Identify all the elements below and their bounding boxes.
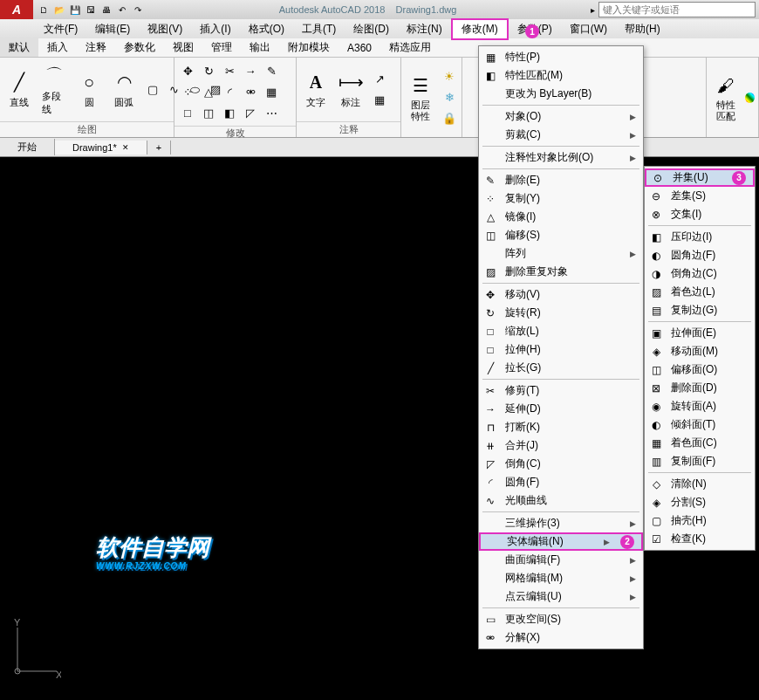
menu-item-11[interactable]: △镜像(I) [479, 208, 643, 226]
menu-item-18[interactable]: □缩放(L) [479, 322, 643, 340]
menu-item-37[interactable]: ⚮分解(X) [479, 628, 643, 647]
offset-icon[interactable]: ◧ [220, 103, 239, 122]
erase-icon[interactable]: ✎ [262, 61, 281, 80]
menu-item-33[interactable]: 网格编辑(M)▶ [479, 569, 643, 587]
new-icon[interactable]: 🗋 [37, 3, 51, 17]
menu-6[interactable]: 绘图(D) [345, 20, 398, 38]
menu-item-10[interactable]: ⁘复制(Y) [479, 189, 643, 208]
tab-add[interactable]: + [147, 141, 171, 154]
menu-item-7[interactable]: ▨着色边(L) [645, 283, 755, 301]
menu-item-5[interactable]: 剪裁(C)▶ [479, 126, 643, 144]
open-icon[interactable]: 📂 [52, 3, 66, 17]
ribbon-tab-1[interactable]: 插入 [38, 38, 77, 57]
layer-props-button[interactable]: ☰图层 特性 [405, 72, 436, 122]
array-icon[interactable]: ▦ [262, 82, 281, 101]
menu-item-5[interactable]: ◐圆角边(F) [645, 246, 755, 264]
polyline-button[interactable]: ⌒多段线 [38, 62, 70, 118]
arc-button[interactable]: ◠圆弧 [108, 68, 140, 111]
menu-item-2[interactable]: ⊗交集(I) [645, 205, 755, 223]
tab-start[interactable]: 开始 [0, 139, 55, 155]
rotate-icon[interactable]: ↻ [199, 61, 218, 80]
search-input[interactable] [598, 2, 756, 17]
ribbon-tab-4[interactable]: 视图 [164, 38, 202, 57]
tab-drawing1[interactable]: Drawing1*✕ [55, 141, 147, 154]
table-icon[interactable]: ▦ [370, 91, 389, 110]
trim-icon[interactable]: ✂ [220, 61, 239, 80]
menu-item-13[interactable]: 阵列▶ [479, 244, 643, 263]
move-icon[interactable]: ✥ [178, 61, 197, 80]
menu-item-22[interactable]: ✂修剪(T) [479, 381, 643, 400]
menu-item-13[interactable]: ⊠删除面(D) [645, 379, 755, 397]
color-wheel-icon[interactable] [745, 93, 755, 103]
dim-button[interactable]: ⟼标注 [335, 68, 366, 111]
menu-item-1[interactable]: ⊖差集(S) [645, 187, 755, 205]
layer-freeze-icon[interactable]: ❄ [440, 88, 459, 107]
copy-icon[interactable]: ⁘ [178, 82, 197, 101]
menu-item-31[interactable]: 实体编辑(N)▶2 [479, 532, 643, 551]
menu-item-22[interactable]: ☑检查(K) [645, 530, 755, 548]
line-button[interactable]: ╱直线 [3, 68, 35, 111]
menu-item-17[interactable]: ▥复制面(F) [645, 452, 755, 470]
ribbon-tab-0[interactable]: 默认 [0, 38, 38, 57]
redo-icon[interactable]: ↷ [131, 3, 145, 17]
menu-item-20[interactable]: ◈分割(S) [645, 493, 755, 511]
chamfer-icon[interactable]: ◸ [241, 103, 260, 122]
menu-item-9[interactable]: ✎删除(E) [479, 171, 643, 189]
menu-item-19[interactable]: ◇清除(N) [645, 475, 755, 493]
saveas-icon[interactable]: 🖫 [84, 3, 98, 17]
undo-icon[interactable]: ↶ [115, 3, 129, 17]
extend-icon[interactable]: → [241, 61, 260, 80]
ribbon-tab-2[interactable]: 注释 [77, 38, 115, 57]
menu-2[interactable]: 视图(V) [139, 20, 191, 38]
menu-item-25[interactable]: ⧺合并(J) [479, 436, 643, 455]
menu-item-14[interactable]: ◉旋转面(A) [645, 397, 755, 415]
menu-item-7[interactable]: 注释性对象比例(O)▶ [479, 148, 643, 167]
ribbon-tab-6[interactable]: 输出 [241, 38, 279, 57]
modify-more-icon[interactable]: ⋯ [262, 103, 281, 122]
ribbon-tab-3[interactable]: 参数化 [115, 38, 164, 57]
save-icon[interactable]: 💾 [68, 3, 82, 17]
print-icon[interactable]: 🖶 [99, 3, 113, 17]
menu-item-19[interactable]: □拉伸(H) [479, 340, 643, 359]
menu-item-1[interactable]: ◧特性匹配(M) [479, 66, 643, 85]
explode-icon[interactable]: ⚮ [241, 82, 260, 101]
menu-11[interactable]: 帮助(H) [616, 20, 669, 38]
menu-item-14[interactable]: ▨删除重复对象 [479, 263, 643, 281]
close-icon[interactable]: ✕ [122, 143, 129, 152]
text-button[interactable]: A文字 [300, 68, 332, 111]
menu-5[interactable]: 工具(T) [293, 20, 345, 38]
layer-lock-icon[interactable]: 🔒 [440, 109, 459, 128]
menu-item-36[interactable]: ▭更改空间(S) [479, 610, 643, 628]
matchprops-button[interactable]: 🖌特性 匹配 [710, 72, 742, 122]
menu-4[interactable]: 格式(O) [240, 20, 293, 38]
menu-item-27[interactable]: ◜圆角(F) [479, 473, 643, 491]
menu-item-30[interactable]: 三维操作(3)▶ [479, 514, 643, 532]
menu-item-23[interactable]: →延伸(D) [479, 400, 643, 418]
menu-1[interactable]: 编辑(E) [86, 20, 139, 38]
menu-item-4[interactable]: ◧压印边(I) [645, 228, 755, 246]
fillet-icon[interactable]: ◜ [220, 82, 239, 101]
scale-icon[interactable]: ◫ [199, 103, 218, 122]
menu-item-15[interactable]: ◐倾斜面(T) [645, 415, 755, 434]
menu-item-10[interactable]: ▣拉伸面(E) [645, 324, 755, 342]
menu-8[interactable]: 修改(M) [451, 18, 509, 40]
menu-7[interactable]: 标注(N) [398, 20, 451, 38]
menu-item-17[interactable]: ↻旋转(R) [479, 304, 643, 322]
menu-item-11[interactable]: ◈移动面(M) [645, 342, 755, 360]
menu-item-26[interactable]: ◸倒角(C) [479, 455, 643, 473]
circle-button[interactable]: ○圆 [73, 68, 105, 111]
stretch-icon[interactable]: □ [178, 103, 197, 122]
menu-0[interactable]: 文件(F) [35, 20, 86, 38]
menu-item-2[interactable]: 更改为 ByLayer(B) [479, 85, 643, 103]
menu-item-16[interactable]: ✥移动(V) [479, 285, 643, 304]
menu-item-8[interactable]: ▤复制边(G) [645, 301, 755, 319]
menu-item-24[interactable]: ⊓打断(K) [479, 418, 643, 436]
ribbon-tab-5[interactable]: 管理 [202, 38, 241, 57]
menu-item-0[interactable]: ⊙并集(U)3 [645, 168, 755, 187]
ribbon-tab-8[interactable]: A360 [338, 40, 380, 56]
ribbon-tab-7[interactable]: 附加模块 [279, 38, 338, 57]
ribbon-tab-9[interactable]: 精选应用 [380, 38, 440, 57]
menu-item-16[interactable]: ▦着色面(C) [645, 434, 755, 452]
layer-sun-icon[interactable]: ☀ [440, 67, 459, 86]
menu-item-12[interactable]: ◫偏移(S) [479, 226, 643, 244]
